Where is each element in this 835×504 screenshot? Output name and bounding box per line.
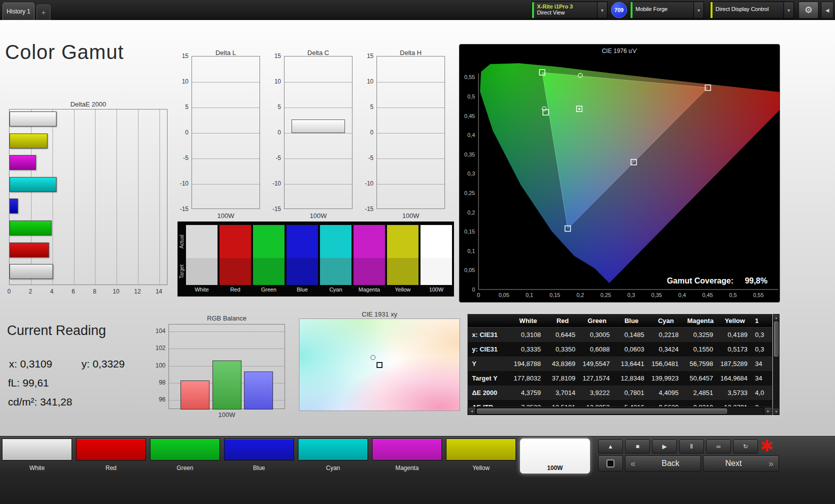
collapse-panel-button[interactable]: ◀	[821, 2, 834, 18]
delta_l-ylabels: 151050-5-10-15	[174, 56, 188, 209]
table-horizontal-scrollbar[interactable]: ◂ ▸	[468, 407, 772, 415]
current-reading-title: Current Reading	[7, 323, 106, 338]
table-cell: 0,3259	[683, 331, 718, 338]
patch-swatch	[2, 438, 72, 460]
pause-icon: Ⅱ	[690, 443, 693, 450]
chevron-down-icon: ▾	[784, 2, 794, 18]
patch-label: Blue	[224, 464, 294, 472]
swatch-column-green: Green	[253, 225, 284, 294]
patch-button-blue[interactable]: Blue	[224, 438, 294, 472]
patch-button-green[interactable]: Green	[150, 438, 220, 472]
refresh-button[interactable]: ↻	[733, 440, 758, 454]
patch-button-cyan[interactable]: Cyan	[298, 438, 368, 472]
x-tick-label: 0,55	[753, 292, 764, 298]
loop-button[interactable]: ∞	[706, 440, 731, 454]
patch-label: Magenta	[372, 464, 442, 472]
table-vertical-scrollbar[interactable]: ▴ ▾	[773, 314, 780, 415]
delta_c-bar	[292, 120, 345, 133]
results-table-body: x: CIE310,31080,64450,30050,14850,22180,…	[468, 328, 772, 407]
settings-button[interactable]: ⚙	[798, 2, 818, 18]
main-content: Color Gamut DeltaE 2000 02468101214 Delt…	[0, 20, 835, 436]
delta-l-title: Delta L	[192, 49, 260, 56]
meter-dropdown-body: X-Rite i1Pro 3 Direct View	[534, 2, 597, 18]
source-dropdown-body: Mobile Forge	[632, 2, 694, 18]
horizontal-scrollbar-thumb[interactable]	[477, 408, 727, 414]
display-control-dropdown[interactable]: Direct Display Control ▾	[710, 2, 794, 18]
patch-row: WhiteRedGreenBlueCyanMagentaYellow100W	[2, 438, 590, 474]
swatch-label: Red	[220, 285, 251, 294]
table-cell: 0,3	[752, 331, 772, 338]
scroll-down-arrow[interactable]: ▾	[774, 408, 779, 414]
results-table-header: WhiteRedGreenBlueCyanMagentaYellow1	[468, 314, 772, 328]
up-button[interactable]: ▲	[598, 440, 623, 454]
target-swatch	[387, 258, 418, 285]
y-tick-label: 104	[156, 328, 166, 334]
row-label: ΔE 2000	[468, 389, 511, 396]
gridline	[284, 108, 352, 108]
add-tab-button[interactable]: +	[36, 4, 50, 20]
gridline	[377, 133, 444, 134]
back-button[interactable]: « Back	[625, 456, 701, 472]
patch-label: Yellow	[446, 464, 516, 472]
deltae2000-plot	[9, 109, 168, 285]
scroll-left-arrow[interactable]: ◂	[468, 408, 476, 414]
table-cell: 0,3	[752, 346, 772, 353]
deltae-bar-yellow	[10, 134, 48, 148]
y-tick-label: -15	[272, 206, 281, 212]
y-tick-label: 98	[159, 379, 166, 386]
next-button[interactable]: Next »	[703, 456, 779, 472]
meter-dropdown[interactable]: X-Rite i1Pro 3 Direct View ▾	[532, 2, 608, 18]
patch-swatch	[446, 438, 516, 460]
gridline	[192, 158, 260, 159]
patch-button-yellow[interactable]: Yellow	[446, 438, 516, 472]
gridline	[74, 110, 74, 284]
vertical-scrollbar-thumb[interactable]	[774, 322, 778, 356]
pause-button[interactable]: Ⅱ	[679, 440, 704, 454]
gridline	[160, 110, 160, 284]
tab-history[interactable]: History 1	[2, 2, 34, 20]
table-cell: 177,8032	[511, 374, 546, 382]
source-dropdown[interactable]: Mobile Forge ▾	[630, 2, 704, 18]
colorspace-badge[interactable]: 709	[611, 2, 627, 18]
table-cell: 187,5289	[718, 360, 752, 368]
y-tick-label: 5	[278, 104, 281, 110]
reading-y: y: 0,3329	[82, 358, 124, 370]
actual-swatch	[354, 225, 385, 258]
table-cell: 0,3350	[546, 346, 580, 353]
gridline	[284, 133, 352, 134]
x-tick-label: 8	[93, 288, 96, 295]
x-tick-label: 0,4	[678, 292, 686, 298]
y-tick-label: 100	[156, 362, 166, 369]
source-name: Mobile Forge	[636, 4, 690, 12]
y-tick-label: 96	[159, 396, 166, 403]
table-cell: 0,5173	[718, 346, 752, 353]
y-tick-label: 10	[367, 78, 374, 85]
swatch-label: Cyan	[320, 285, 352, 294]
cie1931-marker-target	[376, 362, 382, 368]
patch-button-red[interactable]: Red	[76, 438, 146, 472]
row-label: ΔE ITP	[468, 404, 511, 407]
table-cell: 3	[752, 404, 772, 407]
scroll-up-arrow[interactable]: ▴	[774, 314, 779, 320]
topbar: History 1 + X-Rite i1Pro 3 Direct View ▾…	[0, 0, 835, 20]
stop-square-button[interactable]	[598, 456, 623, 472]
gridline	[116, 110, 117, 284]
delta-l-xlabel: 100W	[192, 212, 260, 220]
delta-h-xlabel: 100W	[376, 212, 445, 220]
abort-asterisk-icon[interactable]: ✱	[760, 436, 774, 456]
y-tick-label: 15	[367, 52, 374, 60]
table-cell: 0,8210	[683, 404, 718, 407]
delta_h-ylabels: 151050-5-10-15	[358, 56, 374, 209]
table-cell: 43,8369	[546, 360, 580, 368]
stop-button[interactable]: ■	[625, 440, 650, 454]
scroll-right-arrow[interactable]: ▸	[764, 408, 772, 414]
left-arrow-icon: ◀	[826, 8, 830, 13]
cie1976-title: CIE 1976 u'v'	[460, 48, 780, 54]
deltae2000-xlabels: 02468101214	[9, 288, 168, 296]
y-tick-label: 0,55	[464, 74, 475, 80]
patch-button-magenta[interactable]: Magenta	[372, 438, 442, 472]
patch-button-100w[interactable]: 100W	[520, 438, 590, 474]
patch-button-white[interactable]: White	[2, 438, 72, 472]
target-swatch	[354, 258, 385, 285]
play-button[interactable]: ▶	[652, 440, 677, 454]
